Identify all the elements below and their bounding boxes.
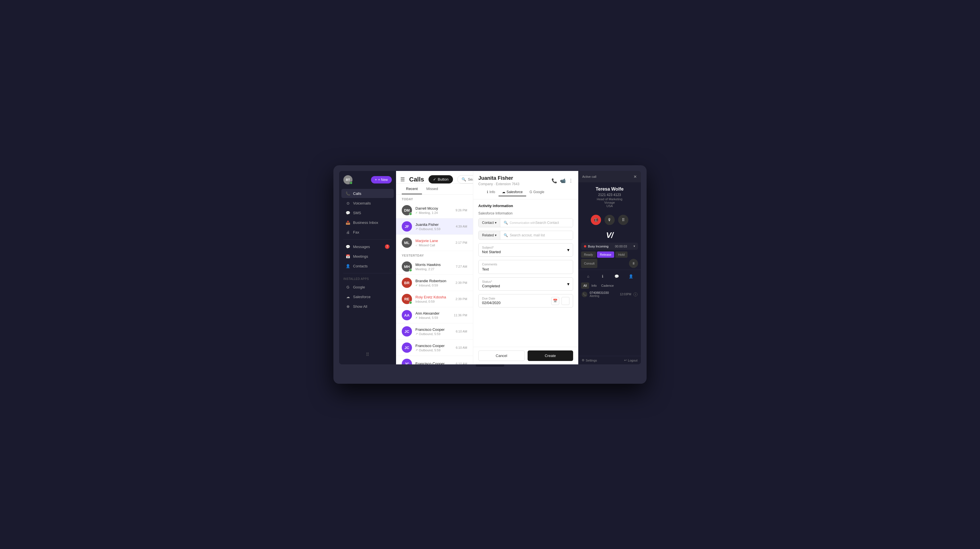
- status-dropdown[interactable]: ▾: [633, 244, 635, 248]
- consult-button[interactable]: Consult: [581, 259, 597, 268]
- check-icon: ✓: [415, 211, 418, 214]
- tab-missed[interactable]: Missed: [422, 184, 442, 194]
- avatar: JC: [402, 343, 412, 353]
- section-yesterday: YESTERTDAY: [396, 251, 473, 259]
- comments-field[interactable]: Comments Text: [478, 260, 573, 274]
- right-panel: Active call ✕ Teresa Wolfe 2121 423 4123…: [578, 171, 641, 364]
- comments-label: Comments: [482, 263, 570, 266]
- info-tab-cadence[interactable]: Cadence: [599, 282, 616, 289]
- sidebar-item-show-all[interactable]: ⊕ Show All: [341, 302, 394, 311]
- nav-contact[interactable]: 👤: [627, 272, 635, 280]
- call-item[interactable]: JC Francisco Cooper ↗ Outbound, 5:59 6:1…: [396, 324, 473, 340]
- search-bar[interactable]: 🔍 Search: [457, 175, 473, 184]
- sidebar-item-business-inbox[interactable]: 📥 Business Inbox: [341, 218, 394, 227]
- caller-company: Vonage: [582, 201, 637, 204]
- salesforce-icon: ☁: [346, 294, 350, 299]
- call-detail: ✓ Meeting, 1:24: [415, 211, 452, 214]
- nav-chat[interactable]: 💬: [613, 272, 621, 280]
- call-button[interactable]: 📞: [552, 178, 557, 184]
- calendar-button[interactable]: 📅: [551, 297, 559, 305]
- status-value: Completed: [482, 284, 500, 288]
- info-icon: ℹ: [487, 190, 488, 194]
- hold-button[interactable]: Hold: [615, 251, 627, 258]
- call-time: 6:10 AM: [456, 330, 467, 333]
- ready-button[interactable]: Ready: [581, 251, 596, 258]
- call-item[interactable]: ML Marjorie Lane ↙ Missed Call 2:17 PM: [396, 235, 473, 251]
- info-tab-info[interactable]: Info: [589, 282, 599, 289]
- call-status-bar: Busy Incoming 00:00:03 ▾: [581, 243, 638, 250]
- contact-field: Contact ▾ 🔍 Communication with Search Co…: [478, 218, 573, 227]
- sidebar-item-contacts[interactable]: 👤 Contacts: [341, 262, 394, 271]
- contact-search-label: Search Contact: [535, 221, 559, 225]
- installed-apps-label: INSTALLED APPS: [339, 276, 396, 282]
- tab-info[interactable]: ℹ Info: [484, 188, 498, 196]
- due-date-field: Due Date 02/04/2020 📅: [478, 294, 573, 308]
- settings-icon: ⚙: [582, 359, 584, 362]
- related-field: Related ▾ 🔍 Search accout, mail list: [478, 231, 573, 240]
- pause-button[interactable]: ⏸: [629, 259, 638, 268]
- end-call-button[interactable]: 📵: [591, 215, 601, 225]
- settings-button[interactable]: ⚙ Settings: [582, 359, 597, 362]
- sidebar-item-google[interactable]: G Google: [341, 282, 394, 292]
- button-pill-label: Button: [438, 177, 449, 181]
- tab-salesforce[interactable]: ☁ Salesforce: [498, 188, 526, 196]
- video-button[interactable]: 📹: [560, 178, 566, 184]
- sidebar-item-voicemails[interactable]: ⊙ Voicemails: [341, 198, 394, 208]
- call-detail: ↗ Outbound, 5:59: [415, 227, 452, 231]
- call-item[interactable]: AA Ann Alexander ✓ Inbound, 5:59 11:36 P…: [396, 307, 473, 324]
- call-item[interactable]: JF Juanita Fisher ↗ Outbound, 5:59 4:39 …: [396, 219, 473, 235]
- avatar: RE: [402, 294, 412, 304]
- related-search-input[interactable]: 🔍 Search accout, mail list: [500, 231, 573, 240]
- dialpad-icon[interactable]: ⠿: [366, 352, 369, 357]
- button-pill[interactable]: ✓ Button: [428, 175, 453, 184]
- info-tab-all[interactable]: All: [581, 282, 589, 289]
- status-label: Status*: [482, 280, 500, 283]
- mute-button[interactable]: 🎙: [605, 215, 615, 225]
- info-circle-icon[interactable]: i: [633, 292, 638, 297]
- status-field[interactable]: Status* Completed ▾: [478, 277, 573, 291]
- tab-recent[interactable]: Recent: [402, 184, 422, 194]
- contact-field-row: Contact ▾ 🔍 Communication with Search Co…: [478, 218, 573, 227]
- related-label-btn[interactable]: Related ▾: [479, 231, 500, 240]
- contact-search-input[interactable]: 🔍 Communication with Search Contact: [500, 219, 573, 227]
- subject-field[interactable]: Subject* Not Started ▾: [478, 243, 573, 257]
- sidebar-item-sms[interactable]: 💬 SMS: [341, 208, 394, 217]
- sidebar-item-fax[interactable]: 🖨 Fax: [341, 228, 394, 236]
- call-item[interactable]: RE Roiy Eretz Kdosha Inbound, 0:59 2:39 …: [396, 291, 473, 307]
- call-item[interactable]: BR Brandie Robertson ✓ Inbound, 0:59 2:3…: [396, 275, 473, 291]
- create-button[interactable]: Create: [528, 351, 573, 361]
- sidebar-item-salesforce[interactable]: ☁ Salesforce: [341, 292, 394, 301]
- call-item[interactable]: JC Francisco Cooper ↗ Outbound, 5:59 6:1…: [396, 340, 473, 356]
- call-info: Roiy Eretz Kdosha Inbound, 0:59: [415, 295, 452, 303]
- related-search-label: Search accout, mail list: [510, 233, 545, 237]
- call-controls: 📵 🎙 ⠿: [578, 212, 641, 228]
- nav-home[interactable]: ⌂: [584, 272, 592, 280]
- caller-name: Juanita Fisher: [415, 222, 452, 227]
- contact-label-btn[interactable]: Contact ▾: [479, 219, 500, 227]
- sidebar-item-messages[interactable]: 💬 Messages 7: [341, 242, 394, 251]
- tab-google[interactable]: G Google: [526, 188, 548, 196]
- sidebar-item-meetings[interactable]: 📅 Meetings: [341, 252, 394, 261]
- page-title: Calls: [409, 176, 424, 183]
- call-log-icon: 📞: [582, 292, 587, 297]
- new-button[interactable]: + + New: [371, 176, 392, 184]
- call-info: Morris Hawkins Meeting, 2:27: [415, 263, 452, 271]
- inbound-icon: ✓: [415, 316, 418, 319]
- menu-icon[interactable]: ☰: [400, 176, 405, 182]
- cancel-button[interactable]: Cancel: [478, 351, 525, 361]
- chevron-down-icon: ▾: [567, 281, 570, 287]
- dialpad-button[interactable]: ⠿: [618, 215, 628, 225]
- call-item[interactable]: JC Francisco Cooper 6:10 AM: [396, 356, 473, 364]
- logout-button[interactable]: ↩ Logout: [624, 359, 638, 362]
- clear-date-button[interactable]: [562, 297, 570, 305]
- status-dot: [584, 245, 586, 248]
- call-item[interactable]: MH Morris Hawkins Meeting, 2:27 7:27 AM: [396, 259, 473, 275]
- sidebar-item-calls[interactable]: 📞 Calls: [341, 189, 394, 198]
- more-options-button[interactable]: ⋮: [569, 178, 573, 184]
- call-item[interactable]: DM Darrell Mccoy ✓ Meeting, 1:24 9:26 PM: [396, 202, 473, 219]
- nav-info[interactable]: ℹ: [598, 272, 606, 280]
- avatar: AA: [402, 310, 412, 320]
- avatar: JF: [402, 221, 412, 232]
- close-icon[interactable]: ✕: [633, 175, 637, 179]
- release-button[interactable]: Release: [597, 251, 614, 258]
